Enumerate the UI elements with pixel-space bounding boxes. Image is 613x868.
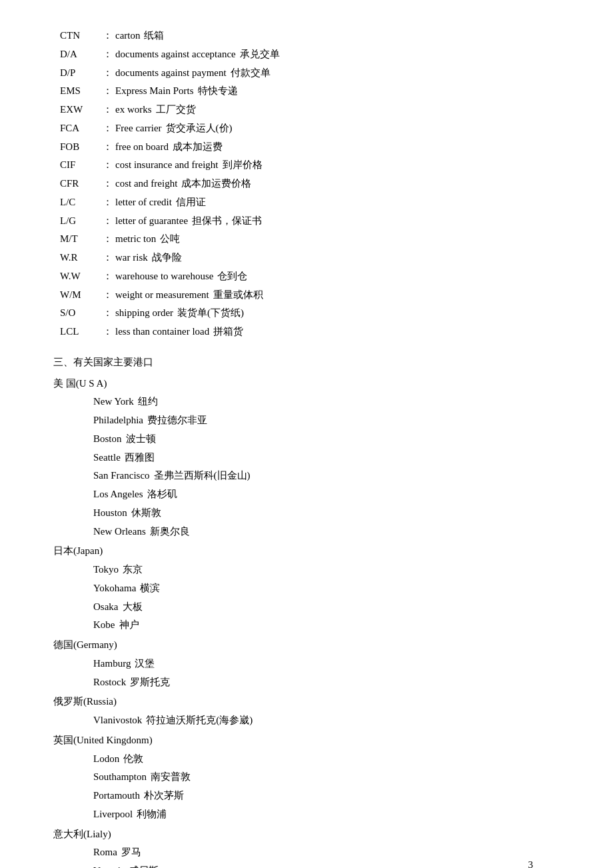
abbr-english: war risk	[115, 249, 148, 267]
abbr-chinese: 重量或体积	[213, 286, 263, 305]
abbr-chinese: 成本加运费价格	[181, 175, 251, 193]
abbr-code: FOB	[60, 138, 100, 157]
page-wrapper: CTN：carton纸箱D/A ：documents against accep…	[53, 27, 573, 868]
country-name: 美 国(U S A)	[53, 375, 573, 393]
abbr-sep: ：	[103, 230, 113, 249]
abbr-item: CIF ：cost insurance and freight到岸价格	[53, 156, 573, 175]
abbr-english: free on board	[115, 138, 169, 157]
port-name-en: New York	[93, 393, 134, 411]
abbr-item: CTN：carton纸箱	[53, 27, 573, 45]
abbr-chinese: 公吨	[160, 230, 180, 249]
abbr-sep: ：	[103, 212, 113, 231]
abbr-english: documents against payment	[115, 64, 227, 83]
port-item: Los Angeles洛杉矶	[53, 485, 573, 504]
port-name-en: Yokohama	[93, 579, 136, 598]
port-name-en: Los Angeles	[93, 485, 143, 504]
port-item: Kobe神户	[53, 616, 573, 635]
port-name-en: Liverpool	[93, 805, 133, 824]
abbr-item: LCL ：less than container load拼箱货	[53, 323, 573, 341]
abbr-english: metric ton	[115, 230, 156, 249]
abbr-chinese: 纸箱	[144, 27, 164, 45]
abbr-code: CTN	[60, 27, 100, 45]
abbr-english: cost and freight	[115, 175, 177, 193]
abbr-sep: ：	[103, 101, 113, 119]
abbr-item: W.R ：war risk战争险	[53, 249, 573, 267]
abbr-sep: ：	[103, 323, 113, 341]
abbr-item: S/O ：shipping order装货单(下货纸)	[53, 304, 573, 323]
abbr-sep: ：	[103, 249, 113, 267]
abbr-code: LCL	[60, 323, 100, 341]
port-name-cn: 西雅图	[125, 449, 155, 467]
port-item: Rostock罗斯托克	[53, 673, 573, 692]
port-item: Portamouth朴次茅斯	[53, 787, 573, 805]
abbr-code: S/O	[60, 304, 100, 323]
port-item: Southampton南安普敦	[53, 768, 573, 787]
abbr-item: W.W ：warehouse to warehouse仓到仓	[53, 267, 573, 286]
port-name-cn: 汉堡	[135, 655, 155, 673]
port-name-cn: 符拉迪沃斯托克(海参崴)	[146, 711, 253, 730]
abbr-item: EXW ：ex works工厂交货	[53, 101, 573, 119]
abbr-item: L/C ：letter of credit信用证	[53, 193, 573, 212]
port-item: Houston休斯敦	[53, 504, 573, 523]
abbr-chinese: 拼箱货	[213, 323, 243, 341]
port-name-cn: 休斯敦	[131, 504, 161, 523]
port-item: Venezia威尼斯	[53, 862, 573, 868]
port-item: Philadelphia费拉德尔非亚	[53, 411, 573, 430]
abbr-english: weight or measurement	[115, 286, 209, 305]
port-item: Liverpool利物浦	[53, 805, 573, 824]
abbr-chinese: 担保书，保证书	[192, 212, 262, 231]
port-name-cn: 东京	[123, 561, 143, 579]
port-name-en: Seattle	[93, 449, 121, 467]
port-name-cn: 罗马	[121, 843, 141, 862]
port-name-cn: 波士顿	[126, 430, 156, 449]
abbr-sep: ：	[103, 286, 113, 305]
abbr-code: D/P	[60, 64, 100, 83]
abbr-english: Free carrier	[115, 119, 162, 138]
section-three-title: 三、有关国家主要港口	[53, 353, 573, 372]
abbr-english: letter of credit	[115, 193, 172, 212]
port-name-cn: 朴次茅斯	[144, 787, 184, 805]
abbr-chinese: 工厂交货	[156, 101, 196, 119]
abbr-chinese: 货交承运人(价)	[166, 119, 233, 138]
port-section: 三、有关国家主要港口美 国(U S A)New York纽约Philadelph…	[53, 353, 573, 868]
abbr-english: shipping order	[115, 304, 173, 323]
country-name: 俄罗斯(Russia)	[53, 693, 573, 711]
abbr-item: EMS ：Express Main Ports特快专递	[53, 82, 573, 101]
abbr-sep: ：	[103, 193, 113, 212]
country-name: 意大利(Lialy)	[53, 825, 573, 844]
port-item: New Orleans新奥尔良	[53, 523, 573, 541]
port-name-cn: 罗斯托克	[130, 673, 170, 692]
port-name-cn: 利物浦	[137, 805, 167, 824]
port-name-en: Hamburg	[93, 655, 131, 673]
abbr-english: less than container load	[115, 323, 209, 341]
abbr-chinese: 成本加运费	[173, 138, 223, 157]
port-item: Tokyo东京	[53, 561, 573, 579]
abbr-chinese: 战争险	[152, 249, 182, 267]
abbr-code: W.W	[60, 267, 100, 286]
port-name-en: San Francisco	[93, 467, 150, 485]
abbr-code: W.R	[60, 249, 100, 267]
port-name-en: Houston	[93, 504, 127, 523]
port-name-cn: 圣弗兰西斯科(旧金山)	[154, 467, 251, 485]
port-name-cn: 伦敦	[123, 750, 143, 769]
port-item: Seattle西雅图	[53, 449, 573, 467]
port-name-en: Venezia	[93, 862, 125, 868]
abbr-sep: ：	[103, 175, 113, 193]
abbr-item: FCA ：Free carrier货交承运人(价)	[53, 119, 573, 138]
abbr-sep: ：	[103, 119, 113, 138]
port-item: Roma罗马	[53, 843, 573, 862]
port-name-en: Kobe	[93, 616, 115, 635]
port-name-en: Roma	[93, 843, 117, 862]
page-number: 3	[528, 856, 534, 868]
abbr-code: L/C	[60, 193, 100, 212]
port-name-cn: 南安普敦	[151, 768, 191, 787]
abbr-chinese: 特快专递	[198, 82, 238, 101]
port-name-cn: 新奥尔良	[150, 523, 190, 541]
abbr-item: W/M ：weight or measurement重量或体积	[53, 286, 573, 305]
abbr-code: FCA	[60, 119, 100, 138]
country-name: 德国(Germany)	[53, 636, 573, 655]
port-name-en: Portamouth	[93, 787, 140, 805]
abbr-chinese: 仓到仓	[217, 267, 247, 286]
abbr-english: letter of guarantee	[115, 212, 188, 231]
abbr-chinese: 到岸价格	[223, 156, 263, 175]
